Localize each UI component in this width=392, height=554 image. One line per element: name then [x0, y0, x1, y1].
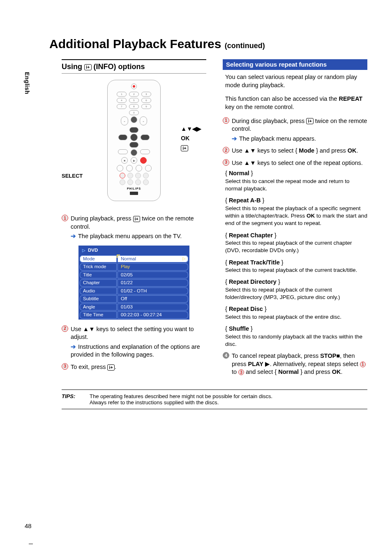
aux-4	[145, 165, 152, 172]
ot4: Repeat Directory	[229, 278, 277, 285]
t8	[143, 179, 149, 185]
rs4ok: OK	[332, 369, 341, 375]
right-column: Selecting various repeat functions You c…	[223, 59, 367, 378]
sub-heading-repeat: Selecting various repeat functions	[223, 59, 367, 70]
osd-v3: 01/22	[118, 279, 188, 287]
rs4stop: STOP	[320, 352, 336, 359]
standby-led-icon	[131, 83, 137, 89]
dpad	[118, 127, 150, 148]
num-9: 9	[141, 104, 151, 109]
callout-arrows: ▲▼◀▶	[181, 125, 201, 133]
info-icon: i+	[84, 64, 91, 70]
ch-btn: +	[140, 116, 147, 125]
inline-1: 1	[360, 362, 366, 367]
step-num-2: 2	[62, 325, 68, 332]
left-step1-sub: The playback menu appears on the TV.	[71, 232, 206, 241]
osd-l1: Trick mode	[80, 263, 117, 271]
osd-menu: ▷DVD ModeNormal Trick modePlay Title02/0…	[78, 246, 189, 320]
rs4d: to	[232, 369, 238, 375]
rs3: Use ▲▼ keys to select one of the repeat …	[232, 159, 367, 167]
osd-header: ▷DVD	[79, 246, 189, 255]
heading-post: (INFO) options	[92, 63, 145, 71]
num-3: 3	[141, 92, 151, 97]
opt-repeat-disc: { Repeat Disc } Select this to repeat pl…	[225, 305, 367, 321]
t6	[127, 179, 133, 185]
opt-repeat-ab: { Repeat A-B } Select this to repeat the…	[225, 197, 367, 227]
osd-l7: Title Time	[80, 311, 117, 319]
osd-l5: Subtitle	[80, 295, 117, 303]
ok-button-icon	[130, 134, 138, 141]
aux-3	[136, 165, 142, 172]
osd-row-angle: Angle01/03	[79, 303, 189, 311]
s2: Use ▲▼ keys to select the setting you wa…	[71, 325, 206, 341]
aux-1	[117, 165, 123, 172]
od6: Select this to randomly playback all the…	[225, 333, 367, 348]
registration-mark-icon	[29, 544, 33, 544]
left-step-1: 1 During playback, press i+ twice on the…	[62, 215, 206, 231]
right-step-2: 2 Use ▲▼ keys to select { Mode } and pre…	[223, 147, 367, 155]
osd-v5: Off	[118, 295, 188, 303]
osd-l4: Audio	[80, 287, 117, 295]
step-num-1: 1	[62, 215, 68, 221]
rs4a: To cancel repeat playback, press	[232, 352, 320, 359]
aux-2	[126, 165, 133, 172]
section-heading-info: Using i+ (INFO) options	[62, 59, 206, 74]
osd-v4: 01/02 - OTH	[118, 287, 188, 295]
ot1: Repeat A-B	[229, 197, 261, 204]
callout-info-icon: i+	[181, 145, 188, 151]
opt-repeat-chapter: { Repeat Chapter } Select this to repeat…	[225, 232, 367, 255]
stop-icon: ■	[121, 157, 128, 164]
title-main: Additional Playback Features	[49, 37, 221, 51]
right-step-3: 3 Use ▲▼ keys to select one of the repea…	[223, 159, 367, 167]
osd-row-chapter: Chapter01/22	[79, 279, 189, 287]
left-step-3: 3 To exit, press i+.	[62, 363, 206, 371]
rec-icon	[140, 157, 147, 164]
rw-badge-icon	[130, 192, 138, 195]
num-4: 4	[117, 98, 127, 103]
ot2: Repeat Chapter	[229, 232, 273, 239]
info-icon-inline: i+	[133, 216, 140, 222]
t2	[127, 173, 133, 178]
step-num-3: 3	[62, 363, 68, 370]
title-continued: (continued)	[225, 42, 265, 50]
right-step1-sub: The playback menu appears.	[232, 135, 367, 143]
osd-v2: 02/05	[118, 271, 188, 279]
osd-v1: Play	[118, 263, 188, 271]
opt-shuffle: { Shuffle } Select this to randomly play…	[225, 325, 367, 348]
rstep-num-1: 1	[223, 117, 229, 124]
menu-btn	[131, 149, 137, 156]
s3a: To exit, press	[71, 364, 107, 370]
osd-l2: Title	[80, 271, 117, 279]
osd-row-titletime: Title Time00:22:03 - 00:27:24	[79, 311, 189, 319]
od5: Select this to repeat playback of the en…	[225, 313, 367, 321]
t7	[135, 179, 141, 185]
osd-row-subtitle: SubtitleOff	[79, 295, 189, 303]
rs4g: .	[341, 369, 342, 375]
i2b: REPEAT	[339, 95, 362, 102]
page-number: 48	[25, 522, 32, 529]
t4	[143, 173, 149, 178]
ot3: Repeat Track/Title	[229, 259, 280, 266]
rs2d: OK	[348, 147, 357, 154]
intro1: You can select various repeat play or ra…	[225, 73, 367, 89]
info-icon-inline2: i+	[107, 364, 114, 371]
s3b: .	[115, 364, 116, 370]
num-6: 6	[141, 98, 151, 103]
callout-ok: OK	[181, 134, 201, 142]
t5	[120, 179, 125, 185]
i2c: key on the remote control.	[225, 104, 294, 110]
select-btn-icon	[120, 173, 125, 178]
rstep-num-3: 3	[223, 159, 229, 166]
rs1a: During disc playback, press	[232, 118, 306, 124]
left-step2-sub: Instructions and explanation of the opti…	[71, 343, 206, 359]
osd-l6: Angle	[80, 304, 117, 311]
rstep-num-2: 2	[223, 147, 229, 153]
osd-title: DVD	[88, 248, 98, 253]
opt-repeat-tracktitle: { Repeat Track/Title } Select this to re…	[225, 259, 367, 274]
osd-l3: Chapter	[80, 279, 117, 287]
callout-select: SELECT	[62, 172, 83, 180]
rstep-num-4: 4	[223, 352, 229, 359]
rs2b: Mode	[299, 147, 314, 154]
rs2e: .	[357, 147, 358, 154]
i2a: This function can also be accessed via t…	[225, 95, 339, 102]
